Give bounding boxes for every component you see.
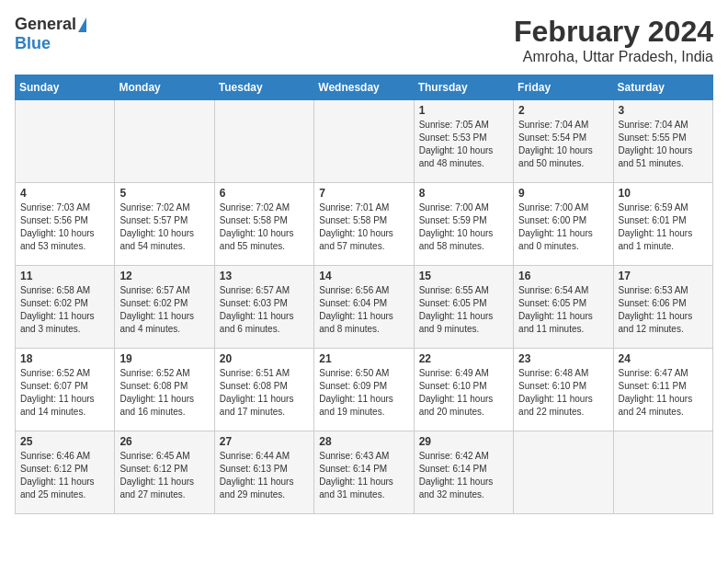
calendar-cell: 23Sunrise: 6:48 AM Sunset: 6:10 PM Dayli… (514, 349, 613, 431)
day-info: Sunrise: 6:58 AM Sunset: 6:02 PM Dayligh… (20, 284, 109, 336)
calendar-cell: 16Sunrise: 6:54 AM Sunset: 6:05 PM Dayli… (514, 266, 613, 349)
calendar-cell: 25Sunrise: 6:46 AM Sunset: 6:12 PM Dayli… (16, 431, 115, 514)
calendar-cell: 2Sunrise: 7:04 AM Sunset: 5:54 PM Daylig… (514, 100, 613, 183)
day-info: Sunrise: 7:00 AM Sunset: 5:59 PM Dayligh… (419, 201, 508, 253)
day-number: 18 (20, 352, 109, 365)
calendar-cell: 11Sunrise: 6:58 AM Sunset: 6:02 PM Dayli… (16, 266, 115, 349)
day-info: Sunrise: 6:52 AM Sunset: 6:08 PM Dayligh… (119, 367, 209, 419)
day-number: 23 (518, 352, 608, 365)
day-number: 1 (419, 104, 508, 117)
calendar-week-row: 4Sunrise: 7:03 AM Sunset: 5:56 PM Daylig… (16, 183, 713, 266)
day-number: 12 (119, 270, 209, 282)
day-number: 22 (419, 352, 508, 365)
day-info: Sunrise: 6:50 AM Sunset: 6:09 PM Dayligh… (319, 367, 408, 419)
calendar-cell (314, 100, 414, 183)
calendar-cell: 28Sunrise: 6:43 AM Sunset: 6:14 PM Dayli… (314, 431, 414, 514)
calendar-title: February 2024 (514, 15, 713, 49)
day-info: Sunrise: 7:03 AM Sunset: 5:56 PM Dayligh… (20, 201, 109, 253)
day-number: 25 (20, 435, 109, 448)
calendar-cell (214, 100, 313, 183)
day-number: 20 (220, 352, 309, 365)
column-header-tuesday: Tuesday (214, 75, 313, 100)
day-number: 6 (220, 187, 309, 200)
day-number: 27 (220, 435, 309, 448)
day-info: Sunrise: 6:56 AM Sunset: 6:04 PM Dayligh… (319, 284, 408, 336)
day-info: Sunrise: 7:04 AM Sunset: 5:54 PM Dayligh… (518, 119, 608, 170)
calendar-week-row: 25Sunrise: 6:46 AM Sunset: 6:12 PM Dayli… (16, 431, 713, 514)
day-number: 19 (119, 352, 209, 365)
day-number: 10 (619, 187, 708, 200)
day-info: Sunrise: 7:04 AM Sunset: 5:55 PM Dayligh… (619, 119, 708, 170)
calendar-cell: 6Sunrise: 7:02 AM Sunset: 5:58 PM Daylig… (214, 183, 313, 266)
header: General Blue February 2024 Amroha, Uttar… (15, 15, 713, 65)
day-info: Sunrise: 6:45 AM Sunset: 6:12 PM Dayligh… (119, 450, 209, 501)
calendar-cell: 4Sunrise: 7:03 AM Sunset: 5:56 PM Daylig… (16, 183, 115, 266)
day-info: Sunrise: 6:55 AM Sunset: 6:05 PM Dayligh… (419, 284, 508, 336)
logo-general-text: General (15, 15, 76, 34)
day-info: Sunrise: 6:52 AM Sunset: 6:07 PM Dayligh… (20, 367, 109, 419)
column-header-thursday: Thursday (414, 75, 513, 100)
title-area: February 2024 Amroha, Uttar Pradesh, Ind… (514, 15, 713, 65)
day-number: 29 (419, 435, 508, 448)
day-number: 28 (319, 435, 408, 448)
column-header-friday: Friday (514, 75, 613, 100)
calendar-cell: 20Sunrise: 6:51 AM Sunset: 6:08 PM Dayli… (214, 349, 313, 431)
calendar-cell: 1Sunrise: 7:05 AM Sunset: 5:53 PM Daylig… (414, 100, 513, 183)
column-header-sunday: Sunday (16, 75, 115, 100)
day-info: Sunrise: 7:01 AM Sunset: 5:58 PM Dayligh… (319, 201, 408, 253)
logo-blue-text: Blue (15, 34, 51, 53)
calendar-cell: 21Sunrise: 6:50 AM Sunset: 6:09 PM Dayli… (314, 349, 414, 431)
day-number: 3 (619, 104, 708, 117)
calendar-cell: 8Sunrise: 7:00 AM Sunset: 5:59 PM Daylig… (414, 183, 513, 266)
calendar-cell (613, 431, 712, 514)
column-header-saturday: Saturday (613, 75, 712, 100)
day-info: Sunrise: 6:43 AM Sunset: 6:14 PM Dayligh… (319, 450, 408, 501)
calendar-table: SundayMondayTuesdayWednesdayThursdayFrid… (15, 75, 713, 514)
calendar-cell: 9Sunrise: 7:00 AM Sunset: 6:00 PM Daylig… (514, 183, 613, 266)
day-info: Sunrise: 6:42 AM Sunset: 6:14 PM Dayligh… (419, 450, 508, 501)
day-number: 9 (518, 187, 608, 200)
day-number: 24 (619, 352, 708, 365)
day-number: 2 (518, 104, 608, 117)
day-number: 26 (119, 435, 209, 448)
day-number: 16 (518, 270, 608, 282)
calendar-cell: 26Sunrise: 6:45 AM Sunset: 6:12 PM Dayli… (115, 431, 214, 514)
day-info: Sunrise: 6:46 AM Sunset: 6:12 PM Dayligh… (20, 450, 109, 501)
day-number: 8 (419, 187, 508, 200)
calendar-cell: 29Sunrise: 6:42 AM Sunset: 6:14 PM Dayli… (414, 431, 513, 514)
column-header-wednesday: Wednesday (314, 75, 414, 100)
calendar-cell: 10Sunrise: 6:59 AM Sunset: 6:01 PM Dayli… (613, 183, 712, 266)
calendar-subtitle: Amroha, Uttar Pradesh, India (514, 49, 713, 65)
day-info: Sunrise: 6:54 AM Sunset: 6:05 PM Dayligh… (518, 284, 608, 336)
day-info: Sunrise: 6:57 AM Sunset: 6:02 PM Dayligh… (119, 284, 209, 336)
logo: General Blue (15, 15, 86, 53)
calendar-cell (16, 100, 115, 183)
day-number: 11 (20, 270, 109, 282)
calendar-cell (115, 100, 214, 183)
calendar-header-row: SundayMondayTuesdayWednesdayThursdayFrid… (16, 75, 713, 100)
calendar-cell (514, 431, 613, 514)
day-info: Sunrise: 6:59 AM Sunset: 6:01 PM Dayligh… (619, 201, 708, 253)
day-info: Sunrise: 6:47 AM Sunset: 6:11 PM Dayligh… (619, 367, 708, 419)
day-info: Sunrise: 6:49 AM Sunset: 6:10 PM Dayligh… (419, 367, 508, 419)
day-info: Sunrise: 7:02 AM Sunset: 5:57 PM Dayligh… (119, 201, 209, 253)
day-number: 21 (319, 352, 408, 365)
calendar-cell: 27Sunrise: 6:44 AM Sunset: 6:13 PM Dayli… (214, 431, 313, 514)
calendar-week-row: 1Sunrise: 7:05 AM Sunset: 5:53 PM Daylig… (16, 100, 713, 183)
calendar-cell: 17Sunrise: 6:53 AM Sunset: 6:06 PM Dayli… (613, 266, 712, 349)
calendar-cell: 5Sunrise: 7:02 AM Sunset: 5:57 PM Daylig… (115, 183, 214, 266)
day-info: Sunrise: 6:48 AM Sunset: 6:10 PM Dayligh… (518, 367, 608, 419)
calendar-cell: 19Sunrise: 6:52 AM Sunset: 6:08 PM Dayli… (115, 349, 214, 431)
day-number: 7 (319, 187, 408, 200)
day-info: Sunrise: 7:02 AM Sunset: 5:58 PM Dayligh… (220, 201, 309, 253)
day-info: Sunrise: 6:44 AM Sunset: 6:13 PM Dayligh… (220, 450, 309, 501)
logo-triangle-icon (78, 17, 86, 32)
day-number: 14 (319, 270, 408, 282)
calendar-cell: 22Sunrise: 6:49 AM Sunset: 6:10 PM Dayli… (414, 349, 513, 431)
calendar-cell: 7Sunrise: 7:01 AM Sunset: 5:58 PM Daylig… (314, 183, 414, 266)
day-info: Sunrise: 6:51 AM Sunset: 6:08 PM Dayligh… (220, 367, 309, 419)
day-number: 4 (20, 187, 109, 200)
day-info: Sunrise: 6:53 AM Sunset: 6:06 PM Dayligh… (619, 284, 708, 336)
day-info: Sunrise: 7:05 AM Sunset: 5:53 PM Dayligh… (419, 119, 508, 170)
day-number: 17 (619, 270, 708, 282)
